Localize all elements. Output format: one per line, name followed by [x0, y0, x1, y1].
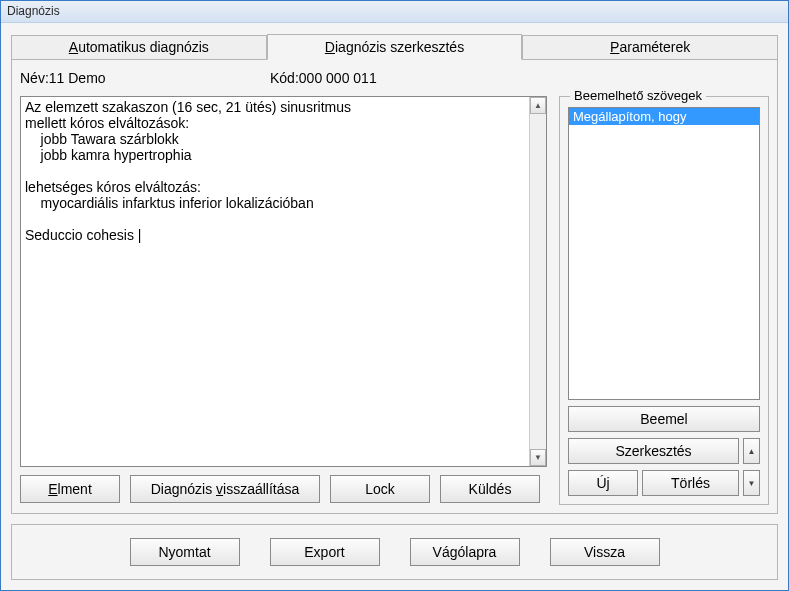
insert-text-groupbox: Beemelhető szövegek Megállapítom, hogy B… — [559, 96, 769, 505]
list-item[interactable]: Megállapítom, hogy — [569, 108, 759, 125]
tab-diagnosis-edit[interactable]: Diagnózis szerkesztés — [267, 34, 523, 60]
export-button[interactable]: Export — [270, 538, 380, 566]
spin-col-1: ▲ — [743, 438, 760, 464]
main-row: ▲ ▼ Elment Diagnózis visszaállítása Lock… — [20, 96, 769, 505]
groupbox-title: Beemelhető szövegek — [570, 88, 706, 103]
restore-diagnosis-button[interactable]: Diagnózis visszaállítása — [130, 475, 320, 503]
delete-text-button[interactable]: Törlés — [642, 470, 739, 496]
save-button[interactable]: Elment — [20, 475, 120, 503]
send-button[interactable]: Küldés — [440, 475, 540, 503]
editor-scrollbar[interactable]: ▲ ▼ — [529, 97, 546, 466]
spin-col-2: ▼ — [743, 470, 760, 496]
patient-code: Kód:000 000 011 — [270, 70, 377, 86]
clipboard-button[interactable]: Vágólapra — [410, 538, 520, 566]
print-button[interactable]: Nyomtat — [130, 538, 240, 566]
client-area: Automatikus diagnózis Diagnózis szerkesz… — [1, 23, 788, 590]
window-title: Diagnózis — [7, 4, 60, 18]
patient-info-row: Név:11 Demo Kód:000 000 011 — [20, 68, 769, 90]
editor-button-row: Elment Diagnózis visszaállítása Lock Kül… — [20, 475, 547, 505]
diagnosis-editor[interactable] — [21, 97, 529, 466]
diagnosis-editor-wrap: ▲ ▼ — [20, 96, 547, 467]
left-column: ▲ ▼ Elment Diagnózis visszaállítása Lock… — [20, 96, 547, 505]
right-column: Beemelhető szövegek Megállapítom, hogy B… — [559, 96, 769, 505]
tab-strip: Automatikus diagnózis Diagnózis szerkesz… — [11, 33, 778, 59]
insert-text-listbox[interactable]: Megállapítom, hogy — [568, 107, 760, 400]
spin-up-icon[interactable]: ▲ — [743, 438, 760, 464]
new-text-button[interactable]: Új — [568, 470, 638, 496]
bottom-button-panel: Nyomtat Export Vágólapra Vissza — [11, 524, 778, 580]
tab-auto-diagnosis[interactable]: Automatikus diagnózis — [11, 35, 267, 59]
edit-text-button[interactable]: Szerkesztés — [568, 438, 739, 464]
scroll-up-icon[interactable]: ▲ — [530, 97, 546, 114]
tab-parameters[interactable]: Paraméterek — [522, 35, 778, 59]
window-titlebar: Diagnózis — [1, 1, 788, 23]
back-button[interactable]: Vissza — [550, 538, 660, 566]
app-window: Diagnózis Automatikus diagnózis Diagnózi… — [0, 0, 789, 591]
spin-down-icon[interactable]: ▼ — [743, 470, 760, 496]
patient-name: Név:11 Demo — [20, 70, 270, 86]
scroll-down-icon[interactable]: ▼ — [530, 449, 546, 466]
lock-button[interactable]: Lock — [330, 475, 430, 503]
tab-body: Név:11 Demo Kód:000 000 011 ▲ ▼ — [11, 59, 778, 514]
insert-button[interactable]: Beemel — [568, 406, 760, 432]
